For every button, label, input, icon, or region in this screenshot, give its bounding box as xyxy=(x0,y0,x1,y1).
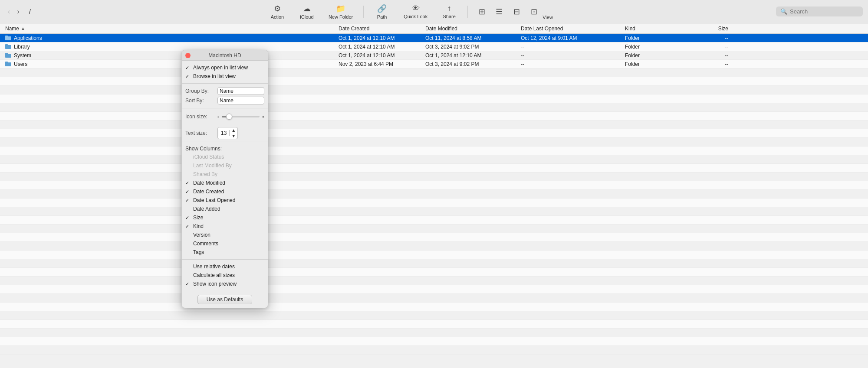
file-name-users: Users xyxy=(0,61,339,67)
table-row[interactable]: Applications Oct 1, 2024 at 12:10 AM Oct… xyxy=(0,34,868,42)
col-header-size[interactable]: Size xyxy=(690,26,733,32)
col-header-name[interactable]: Name ▲ xyxy=(0,26,339,32)
col-option-kind[interactable]: Kind xyxy=(185,222,264,231)
group-by-row: Group By: Name None Kind Date Modified D… xyxy=(185,86,264,96)
col-header-date-created[interactable]: Date Created xyxy=(339,26,425,32)
gallery-view-button[interactable]: ⊡ xyxy=(525,5,542,18)
file-name-system: System xyxy=(0,52,339,59)
empty-row xyxy=(0,225,868,233)
icon-size-section: Icon size: ▪ ▪ xyxy=(182,108,268,125)
action-icon: ⚙ xyxy=(274,4,281,13)
file-name-applications: Applications xyxy=(0,35,339,41)
back-button[interactable]: ‹ xyxy=(5,6,13,17)
empty-row xyxy=(0,277,868,285)
slider-thumb[interactable] xyxy=(226,114,232,120)
popup-open-options: Always open in list view Browse in list … xyxy=(182,61,268,84)
file-date-last-opened-system: -- xyxy=(521,52,625,59)
col-header-kind[interactable]: Kind xyxy=(625,26,690,32)
sort-by-row: Sort By: Name Kind Date Modified Date Cr… xyxy=(185,96,264,105)
text-size-label: Text size: xyxy=(185,130,215,136)
popup-sort-group: Group By: Name None Kind Date Modified D… xyxy=(182,84,268,108)
view-label: View xyxy=(542,15,553,20)
col-option-date-last-opened[interactable]: Date Last Opened xyxy=(185,196,264,205)
table-row[interactable]: Library Oct 1, 2024 at 12:10 AM Oct 3, 2… xyxy=(0,42,868,51)
icloud-button[interactable]: ☁ iCloud xyxy=(294,2,320,21)
list-view-button[interactable]: ☰ xyxy=(490,5,508,18)
popup-title: Macintosh HD xyxy=(208,52,241,59)
empty-row xyxy=(0,233,868,242)
always-open-list-view-option[interactable]: Always open in list view xyxy=(185,63,264,72)
show-icon-preview-option[interactable]: Show icon preview xyxy=(185,280,264,288)
toolbar-items: ⚙ Action ☁ iCloud 📁 New Folder 🔗 Path 👁 … xyxy=(41,2,776,21)
empty-row xyxy=(0,320,868,329)
icon-view-icon: ⊞ xyxy=(479,7,485,16)
file-name-library: Library xyxy=(0,44,339,50)
file-size-system: -- xyxy=(690,52,733,59)
current-path: / xyxy=(29,8,31,15)
file-date-created-library: Oct 1, 2024 at 12:10 AM xyxy=(339,44,425,50)
file-date-last-opened-applications: Oct 12, 2024 at 9:01 AM xyxy=(521,35,625,41)
popup-defaults-section: Use as Defaults xyxy=(182,291,268,308)
file-date-last-opened-users: -- xyxy=(521,61,625,67)
col-option-tags[interactable]: Tags xyxy=(185,248,264,257)
col-option-date-added[interactable]: Date Added xyxy=(185,205,264,213)
col-header-date-modified[interactable]: Date Modified xyxy=(425,26,521,32)
main-content: Name ▲ Date Created Date Modified Date L… xyxy=(0,23,868,368)
view-options: ⊞ ☰ ⊟ ⊡ View xyxy=(473,2,553,21)
quick-look-icon: 👁 xyxy=(412,4,420,13)
popup-close-button[interactable] xyxy=(185,53,191,58)
empty-row xyxy=(0,251,868,259)
empty-row xyxy=(0,120,868,129)
col-option-date-modified[interactable]: Date Modified xyxy=(185,179,264,187)
browse-list-view-option[interactable]: Browse in list view xyxy=(185,72,264,81)
toolbar-sep-2 xyxy=(467,6,468,18)
popup-title-bar: Macintosh HD xyxy=(182,50,268,61)
col-option-version[interactable]: Version xyxy=(185,231,264,239)
toolbar: ‹ › / ⚙ Action ☁ iCloud 📁 New Folder 🔗 P… xyxy=(0,0,868,23)
sort-arrow: ▲ xyxy=(21,26,25,31)
col-option-shared-by: Shared By xyxy=(185,170,264,179)
file-kind-library: Folder xyxy=(625,44,690,50)
empty-row xyxy=(0,181,868,190)
icon-view-button[interactable]: ⊞ xyxy=(473,5,490,18)
col-option-date-created[interactable]: Date Created xyxy=(185,187,264,196)
new-folder-button[interactable]: 📁 New Folder xyxy=(323,2,358,21)
sort-by-select[interactable]: Name Kind Date Modified Date Created Siz… xyxy=(217,97,264,104)
use-as-defaults-button[interactable]: Use as Defaults xyxy=(197,295,253,304)
text-size-down-button[interactable]: ▼ xyxy=(230,133,237,139)
col-header-date-last-opened[interactable]: Date Last Opened xyxy=(521,26,625,32)
quick-look-button[interactable]: 👁 Quick Look xyxy=(398,2,433,21)
column-view-button[interactable]: ⊟ xyxy=(508,5,525,18)
file-kind-system: Folder xyxy=(625,52,690,59)
search-box[interactable]: 🔍 xyxy=(776,7,863,16)
search-input[interactable] xyxy=(790,8,858,15)
share-button[interactable]: ↑ Share xyxy=(436,2,462,21)
new-folder-label: New Folder xyxy=(329,14,353,20)
path-button[interactable]: 🔗 Path xyxy=(369,2,395,21)
empty-row xyxy=(0,346,868,355)
table-row[interactable]: Users Nov 2, 2023 at 6:44 PM Oct 3, 2024… xyxy=(0,60,868,68)
show-columns-label: Show Columns: xyxy=(185,144,264,153)
share-label: Share xyxy=(443,14,456,19)
new-folder-icon: 📁 xyxy=(336,4,345,13)
group-by-select[interactable]: Name None Kind Date Modified Date Create… xyxy=(217,87,264,95)
action-button[interactable]: ⚙ Action xyxy=(264,2,290,21)
col-option-size[interactable]: Size xyxy=(185,213,264,222)
empty-row xyxy=(0,216,868,225)
empty-row xyxy=(0,285,868,294)
col-option-last-modified-by: Last Modified By xyxy=(185,161,264,170)
table-row[interactable]: System Oct 1, 2024 at 12:10 AM Oct 1, 20… xyxy=(0,51,868,60)
col-option-comments[interactable]: Comments xyxy=(185,239,264,248)
show-columns-section: Show Columns: iCloud Status Last Modifie… xyxy=(182,141,268,260)
text-size-up-button[interactable]: ▲ xyxy=(230,127,237,133)
slider-large-icon: ▪ xyxy=(262,113,264,120)
calculate-all-sizes-option[interactable]: Calculate all sizes xyxy=(185,271,264,280)
icloud-label: iCloud xyxy=(300,14,313,20)
popup-bottom-options: Use relative dates Calculate all sizes S… xyxy=(182,260,268,291)
icon-size-slider-track[interactable] xyxy=(222,116,260,117)
file-size-applications: -- xyxy=(690,35,733,41)
use-relative-dates-option[interactable]: Use relative dates xyxy=(185,262,264,271)
slider-small-icon: ▪ xyxy=(217,114,219,119)
list-view-icon: ☰ xyxy=(496,7,503,16)
forward-button[interactable]: › xyxy=(14,6,22,17)
